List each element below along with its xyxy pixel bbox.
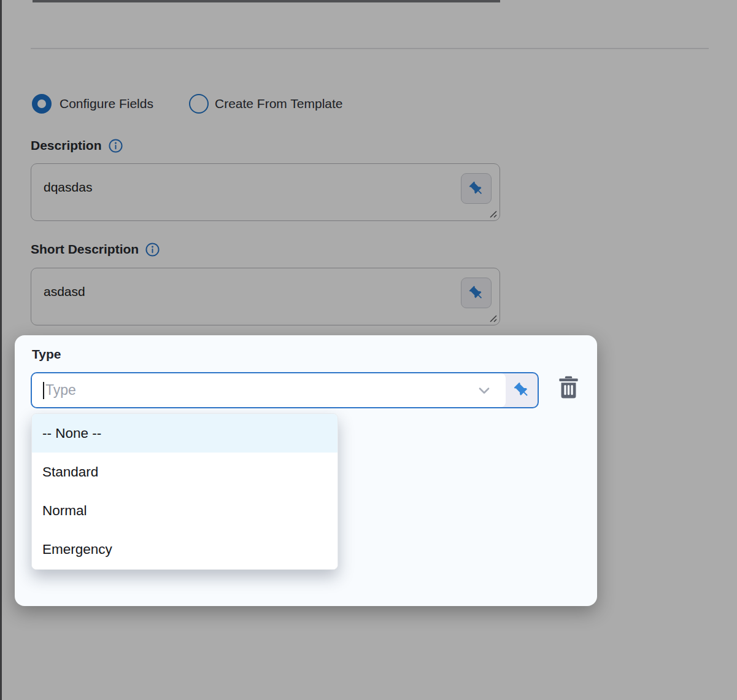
- delete-type-field-button[interactable]: [555, 373, 582, 400]
- type-label: Type: [32, 347, 61, 362]
- chevron-down-icon: [476, 383, 492, 399]
- trash-icon: [558, 375, 579, 399]
- text-caret: [43, 382, 44, 399]
- dropdown-option-standard[interactable]: Standard: [32, 453, 338, 491]
- change-request-form-screen: { "radio_group": { "options": [ { "label…: [0, 0, 737, 700]
- type-dropdown-list: -- None -- Standard Normal Emergency: [31, 413, 338, 570]
- type-combobox: [31, 372, 539, 408]
- type-dropdown-toggle[interactable]: [476, 373, 492, 407]
- pushpin-icon: [513, 381, 531, 399]
- type-input-area: [32, 373, 506, 407]
- dropdown-option-normal[interactable]: Normal: [32, 492, 338, 531]
- dropdown-option-none[interactable]: -- None --: [32, 414, 338, 453]
- dropdown-option-emergency[interactable]: Emergency: [32, 531, 338, 569]
- type-field-highlight-card: Type -- None -- Standa: [15, 335, 597, 606]
- type-pin-button[interactable]: [506, 373, 538, 407]
- type-input[interactable]: [45, 373, 469, 407]
